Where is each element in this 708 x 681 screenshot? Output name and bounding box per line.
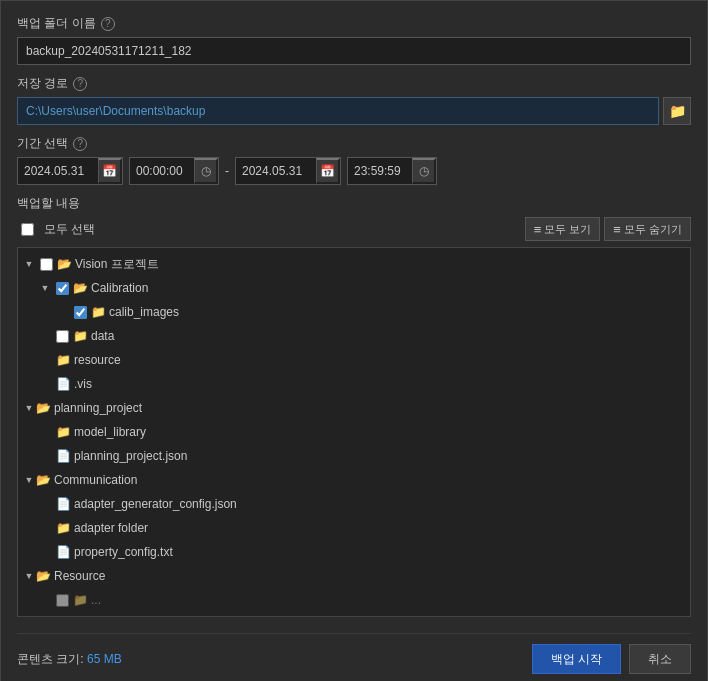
resource-spacer <box>38 353 52 367</box>
tree-item-data[interactable]: 📁 data <box>18 324 690 348</box>
start-date-calendar-button[interactable]: 📅 <box>98 158 122 184</box>
resource-top-folder-icon: 📂 <box>36 569 51 583</box>
footer-buttons: 백업 시작 취소 <box>532 644 691 674</box>
tree-item-adapter-folder[interactable]: 📁 adapter folder <box>18 516 690 540</box>
end-time-input[interactable] <box>348 158 412 184</box>
planning-json-spacer <box>38 449 52 463</box>
expand-all-icon: ≡ <box>534 222 542 237</box>
period-label: 기간 선택 ? <box>17 135 691 152</box>
calib-images-folder-icon: 📁 <box>91 305 106 319</box>
select-all-checkbox[interactable] <box>21 223 34 236</box>
content-size-label: 콘텐츠 크기: <box>17 652 84 666</box>
tree-item-model-library[interactable]: 📁 model_library <box>18 420 690 444</box>
expand-all-button[interactable]: ≡ 모두 보기 <box>525 217 601 241</box>
tree-item-resource-child[interactable]: 📁 ... <box>18 588 690 612</box>
storage-path-help-icon[interactable]: ? <box>73 77 87 91</box>
storage-path-label: 저장 경로 ? <box>17 75 691 92</box>
tree-item-vision[interactable]: 📂 Vision 프로젝트 <box>18 252 690 276</box>
adapter-folder-label: adapter folder <box>74 521 148 535</box>
tree-item-property-config[interactable]: 📄 property_config.txt <box>18 540 690 564</box>
tree-item-calibration[interactable]: 📂 Calibration <box>18 276 690 300</box>
collapse-all-icon: ≡ <box>613 222 621 237</box>
end-date-input[interactable] <box>236 158 316 184</box>
tree-area: 📂 Vision 프로젝트 📂 Calibration 📁 calib_imag… <box>17 247 691 617</box>
calib-images-label: calib_images <box>109 305 179 319</box>
cancel-button[interactable]: 취소 <box>629 644 691 674</box>
tree-item-communication[interactable]: 📂 Communication <box>18 468 690 492</box>
tree-item-adapter-gen[interactable]: 📄 adapter_generator_config.json <box>18 492 690 516</box>
tree-item-resource[interactable]: 📁 resource <box>18 348 690 372</box>
adapter-folder-icon: 📁 <box>56 521 71 535</box>
resource-child-label: ... <box>91 593 101 607</box>
start-date-input[interactable] <box>18 158 98 184</box>
property-config-file-icon: 📄 <box>56 545 71 559</box>
calib-images-checkbox[interactable] <box>74 306 87 319</box>
calibration-expand-arrow[interactable] <box>38 281 52 295</box>
select-all-label[interactable]: 모두 선택 <box>44 221 95 238</box>
end-date-group: 📅 <box>235 157 341 185</box>
planning-expand-arrow[interactable] <box>22 401 36 415</box>
planning-json-label: planning_project.json <box>74 449 187 463</box>
start-date-group: 📅 <box>17 157 123 185</box>
tree-item-planning[interactable]: 📂 planning_project <box>18 396 690 420</box>
vision-label: Vision 프로젝트 <box>75 256 159 273</box>
model-library-folder-icon: 📁 <box>56 425 71 439</box>
resource-folder-icon: 📁 <box>56 353 71 367</box>
data-folder-icon: 📁 <box>73 329 88 343</box>
vision-folder-icon: 📂 <box>57 257 72 271</box>
resource-label: resource <box>74 353 121 367</box>
collapse-all-button[interactable]: ≡ 모두 숨기기 <box>604 217 691 241</box>
content-label: 백업할 내용 <box>17 195 691 212</box>
backup-dialog: 백업 폴더 이름 ? 저장 경로 ? 📁 기간 선택 ? 📅 ◷ <box>0 0 708 681</box>
tree-item-resource-top[interactable]: 📂 Resource <box>18 564 690 588</box>
resource-top-expand-arrow[interactable] <box>22 569 36 583</box>
tree-item-vis[interactable]: 📄 .vis <box>18 372 690 396</box>
communication-folder-icon: 📂 <box>36 473 51 487</box>
tree-action-buttons: ≡ 모두 보기 ≡ 모두 숨기기 <box>525 217 691 241</box>
start-time-group: ◷ <box>129 157 219 185</box>
data-label: data <box>91 329 114 343</box>
storage-path-browse-button[interactable]: 📁 <box>663 97 691 125</box>
storage-path-input[interactable] <box>17 97 659 125</box>
resource-child-icon: 📁 <box>73 593 88 607</box>
resource-top-label: Resource <box>54 569 105 583</box>
resource-child-spacer <box>38 593 52 607</box>
backup-folder-help-icon[interactable]: ? <box>101 17 115 31</box>
end-time-clock-button[interactable]: ◷ <box>412 158 436 184</box>
start-time-input[interactable] <box>130 158 194 184</box>
backup-folder-label: 백업 폴더 이름 ? <box>17 15 691 32</box>
date-range-dash: - <box>225 164 229 178</box>
adapter-gen-file-icon: 📄 <box>56 497 71 511</box>
calibration-checkbox[interactable] <box>56 282 69 295</box>
footer: 콘텐츠 크기: 65 MB 백업 시작 취소 <box>17 633 691 681</box>
property-config-spacer <box>38 545 52 559</box>
backup-start-button[interactable]: 백업 시작 <box>532 644 621 674</box>
backup-folder-section: 백업 폴더 이름 ? <box>17 15 691 65</box>
resource-child-checkbox[interactable] <box>56 594 69 607</box>
communication-expand-arrow[interactable] <box>22 473 36 487</box>
end-time-group: ◷ <box>347 157 437 185</box>
end-date-calendar-button[interactable]: 📅 <box>316 158 340 184</box>
start-time-clock-button[interactable]: ◷ <box>194 158 218 184</box>
data-checkbox[interactable] <box>56 330 69 343</box>
tree-item-planning-json[interactable]: 📄 planning_project.json <box>18 444 690 468</box>
storage-path-section: 저장 경로 ? 📁 <box>17 75 691 125</box>
vision-checkbox[interactable] <box>40 258 53 271</box>
vis-label: .vis <box>74 377 92 391</box>
tree-item-calib-images[interactable]: 📁 calib_images <box>18 300 690 324</box>
planning-json-file-icon: 📄 <box>56 449 71 463</box>
content-size-row: 콘텐츠 크기: 65 MB <box>17 651 122 668</box>
backup-folder-input[interactable] <box>17 37 691 65</box>
model-library-spacer <box>38 425 52 439</box>
property-config-label: property_config.txt <box>74 545 173 559</box>
content-size-value: 65 MB <box>87 652 122 666</box>
period-help-icon[interactable]: ? <box>73 137 87 151</box>
vis-file-icon: 📄 <box>56 377 71 391</box>
period-section: 기간 선택 ? 📅 ◷ - 📅 ◷ <box>17 135 691 185</box>
vision-expand-arrow[interactable] <box>22 257 36 271</box>
adapter-folder-spacer <box>38 521 52 535</box>
planning-folder-icon: 📂 <box>36 401 51 415</box>
adapter-gen-label: adapter_generator_config.json <box>74 497 237 511</box>
planning-label: planning_project <box>54 401 142 415</box>
model-library-label: model_library <box>74 425 146 439</box>
